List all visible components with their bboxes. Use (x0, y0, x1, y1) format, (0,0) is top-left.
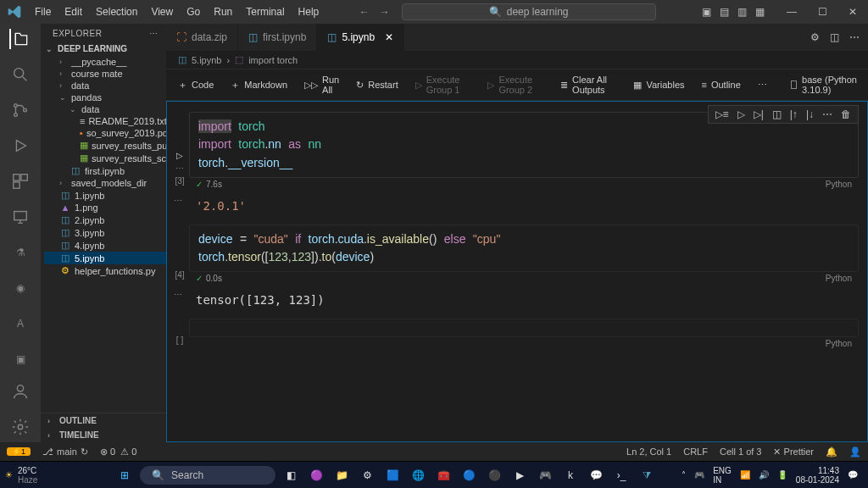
folder-course-mate[interactable]: ›course mate (44, 68, 166, 80)
menu-selection[interactable]: Selection (90, 3, 143, 21)
remote-indicator[interactable]: ⚡1 (7, 447, 31, 456)
command-center-search[interactable]: 🔍 deep learning (402, 3, 656, 20)
taskbar-search[interactable]: 🔍Search (140, 466, 275, 485)
folder-saved-models[interactable]: ›saved_models_dir (44, 177, 166, 189)
tab-first-ipynb[interactable]: ◫first.ipynb (238, 24, 317, 51)
terminal-icon[interactable]: ›_ (611, 465, 632, 485)
folder-pandas[interactable]: ⌄pandas (44, 92, 166, 103)
toolbar-more-icon[interactable]: ⋯ (754, 78, 771, 92)
cell-move-up-icon[interactable]: |↑ (790, 108, 798, 120)
task-view-icon[interactable]: ◧ (281, 465, 301, 485)
remote-explorer-icon[interactable] (10, 207, 31, 227)
whatsapp-icon[interactable]: 💬 (586, 465, 606, 485)
timeline-section[interactable]: ›TIMELINE (41, 428, 166, 442)
project-header[interactable]: ⌄DEEP LEARNING (41, 42, 166, 56)
explorer-view-icon[interactable] (9, 29, 30, 49)
prettier-status[interactable]: ✕ Prettier (773, 446, 814, 458)
variables-button[interactable]: ▦ Variables (630, 78, 687, 92)
docker-icon[interactable]: ▣ (10, 349, 31, 369)
restart-button[interactable]: ↻ Restart (353, 78, 401, 92)
editor-split-icon[interactable]: ◫ (830, 31, 839, 43)
window-minimize-icon[interactable]: — (776, 6, 807, 18)
explorer-taskbar-icon[interactable]: 📁 (331, 465, 352, 485)
search-view-icon[interactable] (10, 64, 31, 85)
settings-gear-icon[interactable] (10, 417, 31, 437)
copilot-icon[interactable]: 🟣 (306, 465, 326, 485)
kernel-selector[interactable]: base (Python 3.10.9) (791, 75, 860, 95)
start-button[interactable]: ⊞ (114, 465, 135, 485)
dell-icon[interactable]: ⚫ (484, 465, 504, 485)
menu-edit[interactable]: Edit (58, 3, 88, 21)
chrome-icon[interactable]: 🔵 (459, 465, 479, 485)
vscode-taskbar-icon[interactable]: ⧩ (637, 465, 657, 485)
code-editor-cell3[interactable] (189, 319, 859, 337)
notebook-body[interactable]: ▷≡ ▷ ▷| ◫ |↑ |↓ ⋯ 🗑 ▷⋯[3] import torchim… (166, 101, 868, 442)
folder-data[interactable]: ›data (44, 80, 166, 92)
steam-icon[interactable]: 🎮 (535, 465, 555, 485)
file-3-ipynb[interactable]: ◫3.ipynb (44, 226, 166, 239)
menu-help[interactable]: Help (292, 3, 326, 21)
accounts-icon[interactable] (10, 381, 31, 402)
menu-go[interactable]: Go (181, 3, 206, 21)
extensions-icon[interactable] (10, 171, 31, 191)
breadcrumb[interactable]: ◫5.ipynb› ⬚import torch (166, 51, 868, 69)
file-so-survey-pdf[interactable]: ▪so_survey_2019.pdf (44, 127, 166, 139)
run-all-button[interactable]: ▷▷ Run All (301, 73, 342, 97)
window-close-icon[interactable]: ✕ (837, 6, 868, 18)
file-1-png[interactable]: ▲1.png (44, 202, 166, 214)
youtube-icon[interactable]: ▶ (509, 465, 530, 485)
file-survey-schema[interactable]: ▦survey_results_schema.csv (44, 152, 166, 164)
cell-delete-icon[interactable]: 🗑 (841, 108, 851, 120)
clear-outputs-button[interactable]: ≣ Clear All Outputs (557, 73, 620, 97)
code-editor-cell2[interactable]: device = "cuda" if torch.cuda.is_availab… (189, 225, 859, 273)
cell-run-next-icon[interactable]: ▷| (754, 108, 764, 120)
file-1-ipynb[interactable]: ◫1.ipynb (44, 189, 166, 202)
volume-icon[interactable]: 🔊 (759, 470, 769, 480)
file-5-ipynb[interactable]: ◫5.ipynb (44, 252, 166, 264)
layout-panel-bottom-icon[interactable]: ▤ (720, 6, 729, 18)
problems[interactable]: ⊗ 0 ⚠ 0 (100, 446, 137, 458)
layout-panel-left-icon[interactable]: ▣ (702, 6, 711, 18)
cell-run-icon[interactable]: ▷ (737, 108, 745, 120)
tray-chevron-icon[interactable]: ˄ (682, 470, 686, 480)
cell-run-by-line-icon[interactable]: ▷≡ (715, 108, 729, 120)
clock[interactable]: 11:4308-01-2024 (796, 466, 839, 485)
tab-5-ipynb[interactable]: ◫5.ipynb✕ (317, 24, 404, 51)
testing-icon[interactable]: ⚗ (10, 242, 31, 263)
file-first-ipynb[interactable]: ◫first.ipynb (44, 164, 166, 177)
sidebar-more-icon[interactable]: ⋯ (149, 29, 159, 38)
notification-center-icon[interactable]: 💬 (848, 470, 858, 480)
edge-icon[interactable]: 🌐 (408, 465, 428, 485)
folder-pycache[interactable]: ›__pycache__ (44, 56, 166, 68)
cell-split-icon[interactable]: ◫ (772, 108, 782, 120)
jupyter-icon[interactable]: ◉ (10, 278, 31, 298)
menu-run[interactable]: Run (208, 3, 238, 21)
execute-group-2[interactable]: ▷ Execute Group 2 (484, 73, 547, 97)
menu-view[interactable]: View (145, 3, 179, 21)
cell-move-down-icon[interactable]: |↓ (806, 108, 814, 120)
editor-settings-icon[interactable]: ⚙ (810, 31, 820, 43)
file-survey-public[interactable]: ▦survey_results_public.csv (44, 139, 166, 152)
code-cell-2[interactable]: [4] device = "cuda" if torch.cuda.is_ava… (170, 225, 859, 286)
outline-button[interactable]: ≡ Outline (698, 78, 744, 92)
battery-icon[interactable]: 🔋 (777, 470, 787, 480)
cursor-position[interactable]: Ln 2, Col 1 (626, 446, 671, 457)
menu-file[interactable]: File (29, 3, 57, 21)
code-cell-3[interactable]: [ ] Python (170, 319, 859, 350)
file-4-ipynb[interactable]: ◫4.ipynb (44, 239, 166, 252)
nav-back-icon[interactable]: ← (359, 6, 370, 18)
git-branch[interactable]: ⎇main↻ (42, 446, 88, 458)
file-2-ipynb[interactable]: ◫2.ipynb (44, 214, 166, 226)
cell-indicator[interactable]: Cell 1 of 3 (720, 446, 762, 457)
azure-icon[interactable]: A (10, 313, 31, 334)
tray-controller-icon[interactable]: 🎮 (694, 470, 704, 480)
status-profile-icon[interactable]: 👤 (849, 446, 861, 458)
outline-section[interactable]: ›OUTLINE (41, 413, 166, 428)
language-indicator[interactable]: ENGIN (713, 466, 732, 485)
layout-panel-right-icon[interactable]: ▥ (737, 6, 747, 18)
window-maximize-icon[interactable]: ☐ (807, 6, 837, 18)
store-icon[interactable]: 🧰 (433, 465, 453, 485)
weather-widget[interactable]: ☀ 26°CHaze (5, 466, 90, 485)
add-code-button[interactable]: ＋ Code (175, 77, 217, 93)
execute-group-1[interactable]: ▷ Execute Group 1 (412, 73, 475, 97)
